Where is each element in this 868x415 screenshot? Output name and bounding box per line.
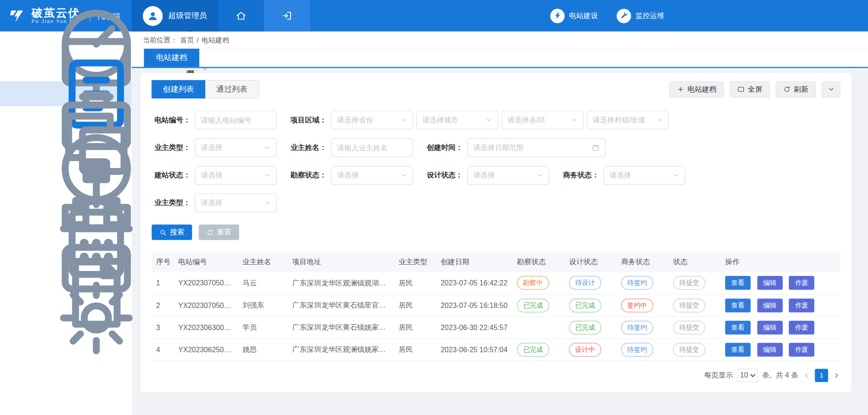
- tab-create-list[interactable]: 创建列表: [152, 80, 206, 98]
- home-button[interactable]: [218, 0, 264, 32]
- filter-row-1: 电站编号： 项目区域： 请选择省份 请选择城市 请选择县/区 请选择村镇/街道: [152, 111, 840, 130]
- content-card: 创建列表 通过列表 电站建档 全屏 刷新: [141, 73, 851, 392]
- logout-button[interactable]: [264, 0, 310, 32]
- province-select[interactable]: 请选择省份: [331, 111, 413, 130]
- view-button[interactable]: 查看: [725, 321, 750, 335]
- table-row: 1 YX2023070500011 马云 广东深圳龙华区观澜镇观湖路... 居民…: [152, 272, 840, 294]
- status-badge: 已完成: [517, 298, 549, 312]
- design-status-select[interactable]: 请选择: [467, 166, 549, 185]
- breadcrumb-home-link[interactable]: 首页: [180, 36, 194, 45]
- toolbar: 电站建档 全屏 刷新: [664, 81, 840, 98]
- business-status-select[interactable]: 请选择: [604, 166, 685, 185]
- next-page-button[interactable]: [833, 371, 840, 379]
- refresh-icon: [783, 86, 791, 93]
- edit-button[interactable]: 编辑: [757, 343, 783, 357]
- reset-icon: [207, 228, 214, 236]
- edit-button[interactable]: 编辑: [757, 298, 783, 312]
- filter-owner-type-2: 业主类型： 请选择: [152, 194, 277, 213]
- filter-actions: 搜索 重置: [152, 224, 840, 240]
- chevron-down-icon: [264, 145, 271, 151]
- sidebar-item-system-settings[interactable]: 系统设置: [0, 305, 132, 330]
- page-tab-station-filing[interactable]: 电站建档: [144, 49, 199, 67]
- prev-page-button[interactable]: [803, 371, 811, 379]
- edit-button[interactable]: 编辑: [757, 321, 783, 335]
- station-no-input[interactable]: [195, 111, 277, 130]
- chevron-down-icon: [537, 172, 543, 179]
- status-badge: 设计中: [569, 343, 601, 357]
- app-window: 破茧云伏 Po Jian Yun Fu 代理端 超级管理员 电站建设 监控运维: [0, 0, 868, 415]
- build-status-select[interactable]: 请选择: [195, 166, 277, 185]
- per-page-select[interactable]: 10: [737, 368, 758, 382]
- owner-name-input[interactable]: [331, 138, 413, 157]
- chevron-down-icon: [400, 117, 407, 123]
- fullscreen-icon: [737, 86, 745, 93]
- page-tab-bar: 电站建档: [132, 50, 868, 68]
- void-button[interactable]: 作废: [789, 321, 814, 335]
- survey-status-select[interactable]: 请选择: [331, 166, 413, 185]
- lightning-icon: [550, 9, 565, 23]
- county-select[interactable]: 请选择县/区: [501, 111, 583, 130]
- table-row: 2 YX2023070500010 刘强东 广东深圳龙华区黄石镇星官大... 居…: [152, 294, 840, 316]
- reset-button[interactable]: 重置: [199, 224, 239, 240]
- town-select[interactable]: 请选择村镇/街道: [587, 111, 669, 130]
- station-table: 序号 电站编号 业主姓名 项目地址 业主类型 创建日期 勘察状态 设计状态 商务…: [152, 252, 840, 361]
- chevron-down-icon: [673, 172, 679, 179]
- breadcrumb: 当前位置： 首页 / 电站建档: [132, 32, 868, 50]
- sidebar: 控制台 常规管理 电站建档 项目立项 变更管理 电站终止 仓库管理: [0, 32, 132, 415]
- owner-type-2-select[interactable]: 请选择: [195, 194, 277, 213]
- chevron-right-icon: [833, 371, 840, 379]
- void-button[interactable]: 作废: [789, 298, 814, 312]
- status-badge: 签约中: [621, 298, 653, 312]
- view-button[interactable]: 查看: [725, 343, 750, 357]
- status-badge: 待签约: [621, 321, 653, 335]
- chevron-down-icon: [264, 200, 271, 206]
- table-row: 4 YX2023062500004 姚思 广东深圳龙华区观澜镇姚家庄... 居民…: [152, 338, 840, 360]
- nav-station-construction[interactable]: 电站建设: [550, 9, 598, 23]
- filter-owner-type: 业主类型： 请选择: [152, 138, 277, 157]
- search-button[interactable]: 搜索: [152, 224, 192, 240]
- table-header-row: 序号 电站编号 业主姓名 项目地址 业主类型 创建日期 勘察状态 设计状态 商务…: [152, 252, 840, 272]
- void-button[interactable]: 作废: [789, 276, 814, 290]
- table-row: 3 YX2023063000009 学员 广东深圳龙华区黄石镇姚家庄... 居民…: [152, 316, 840, 338]
- filter-build-status: 建站状态： 请选择: [152, 166, 277, 185]
- top-nav: 电站建设 监控运维: [550, 0, 868, 32]
- date-range-picker[interactable]: 请选择日期范围: [467, 138, 605, 157]
- status-badge: 待提交: [673, 276, 705, 290]
- per-page-unit: 条,: [762, 370, 771, 380]
- view-button[interactable]: 查看: [725, 298, 750, 312]
- create-station-button[interactable]: 电站建档: [669, 81, 724, 98]
- status-badge: 待提交: [673, 321, 705, 335]
- edit-button[interactable]: 编辑: [757, 276, 783, 290]
- status-badge: 已完成: [517, 343, 549, 357]
- view-button[interactable]: 查看: [725, 276, 750, 290]
- chevron-down-icon: [656, 117, 663, 123]
- chevron-down-icon: [264, 172, 271, 179]
- tab-passed-list[interactable]: 通过列表: [205, 80, 259, 98]
- collapse-toolbar-button[interactable]: [821, 81, 840, 98]
- filter-region: 项目区域： 请选择省份 请选择城市 请选择县/区 请选择村镇/街道: [288, 111, 669, 130]
- breadcrumb-prefix: 当前位置：: [143, 36, 178, 45]
- city-select[interactable]: 请选择城市: [416, 111, 498, 130]
- chevron-left-icon: [803, 371, 811, 379]
- refresh-button[interactable]: 刷新: [776, 81, 816, 98]
- status-badge: 已完成: [569, 321, 601, 335]
- status-badge: 待设计: [569, 276, 601, 290]
- sign-in-icon: [282, 10, 292, 21]
- search-icon: [160, 228, 167, 236]
- main-content: 当前位置： 首页 / 电站建档 电站建档 创建列表 通过列表 电站建档: [132, 32, 868, 415]
- void-button[interactable]: 作废: [789, 343, 814, 357]
- fullscreen-button[interactable]: 全屏: [730, 81, 770, 98]
- card-header: 创建列表 通过列表 电站建档 全屏 刷新: [152, 80, 840, 98]
- page-1-button[interactable]: 1: [815, 368, 828, 382]
- nav-monitoring-ops[interactable]: 监控运维: [617, 9, 664, 23]
- status-badge: 待签约: [621, 343, 653, 357]
- filter-row-4: 业主类型： 请选择: [152, 194, 840, 213]
- plus-icon: [677, 86, 684, 93]
- status-badge: 待提交: [673, 298, 705, 312]
- wrench-icon: [617, 9, 631, 23]
- breadcrumb-current: 电站建档: [202, 36, 229, 45]
- status-badge: 勘察中: [517, 276, 549, 290]
- pagination: 每页显示 10 条, 共 4 条 1: [152, 368, 840, 382]
- owner-type-select[interactable]: 请选择: [195, 138, 277, 157]
- status-badge: 已完成: [569, 298, 601, 312]
